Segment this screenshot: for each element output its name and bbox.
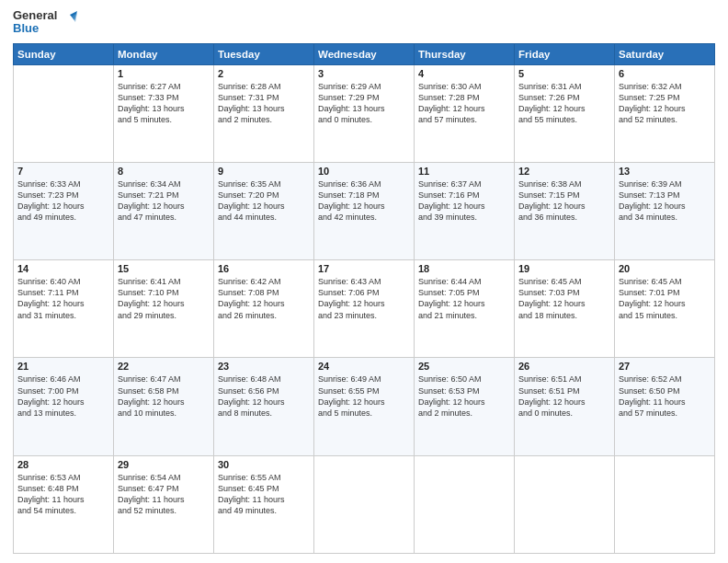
cell-info: Sunrise: 6:35 AM Sunset: 7:20 PM Dayligh… [218, 178, 310, 224]
calendar-cell [314, 455, 415, 553]
day-of-week-header: Saturday [615, 43, 715, 64]
cell-info: Sunrise: 6:29 AM Sunset: 7:29 PM Dayligh… [318, 81, 410, 126]
calendar-cell [515, 455, 615, 553]
cell-info: Sunrise: 6:42 AM Sunset: 7:08 PM Dayligh… [218, 276, 310, 321]
day-number: 2 [218, 68, 310, 79]
cell-info: Sunrise: 6:32 AM Sunset: 7:25 PM Dayligh… [619, 81, 711, 126]
day-number: 4 [418, 68, 510, 79]
cell-info: Sunrise: 6:28 AM Sunset: 7:31 PM Dayligh… [218, 81, 310, 126]
cell-info: Sunrise: 6:54 AM Sunset: 6:47 PM Dayligh… [118, 472, 210, 517]
cell-info: Sunrise: 6:43 AM Sunset: 7:06 PM Dayligh… [318, 276, 410, 321]
calendar-cell: 22Sunrise: 6:47 AM Sunset: 6:58 PM Dayli… [114, 358, 214, 455]
calendar-cell: 17Sunrise: 6:43 AM Sunset: 7:06 PM Dayli… [314, 260, 415, 358]
day-number: 19 [518, 263, 610, 274]
day-number: 17 [318, 263, 410, 274]
day-number: 30 [218, 459, 310, 470]
logo: GeneralBlue [13, 9, 77, 36]
day-number: 10 [318, 166, 410, 177]
day-number: 5 [518, 68, 610, 79]
calendar-cell: 2Sunrise: 6:28 AM Sunset: 7:31 PM Daylig… [214, 64, 314, 162]
day-number: 13 [619, 166, 711, 177]
calendar-cell: 4Sunrise: 6:30 AM Sunset: 7:28 PM Daylig… [415, 64, 515, 162]
calendar-cell: 13Sunrise: 6:39 AM Sunset: 7:13 PM Dayli… [615, 162, 715, 259]
day-number: 23 [218, 361, 310, 372]
calendar-week-row: 21Sunrise: 6:46 AM Sunset: 7:00 PM Dayli… [14, 358, 715, 455]
calendar-cell: 9Sunrise: 6:35 AM Sunset: 7:20 PM Daylig… [214, 162, 314, 259]
cell-info: Sunrise: 6:36 AM Sunset: 7:18 PM Dayligh… [318, 178, 410, 224]
day-of-week-header: Sunday [14, 43, 114, 64]
day-number: 26 [518, 361, 610, 372]
cell-info: Sunrise: 6:37 AM Sunset: 7:16 PM Dayligh… [418, 178, 510, 224]
cell-info: Sunrise: 6:30 AM Sunset: 7:28 PM Dayligh… [418, 81, 510, 126]
calendar-cell: 18Sunrise: 6:44 AM Sunset: 7:05 PM Dayli… [415, 260, 515, 358]
day-number: 29 [118, 459, 210, 470]
header: GeneralBlue [13, 9, 715, 36]
calendar-cell: 6Sunrise: 6:32 AM Sunset: 7:25 PM Daylig… [615, 64, 715, 162]
logo-text: GeneralBlue [13, 9, 57, 36]
cell-info: Sunrise: 6:48 AM Sunset: 6:56 PM Dayligh… [218, 373, 310, 419]
day-number: 18 [418, 263, 510, 274]
calendar-week-row: 1Sunrise: 6:27 AM Sunset: 7:33 PM Daylig… [14, 64, 715, 162]
cell-info: Sunrise: 6:55 AM Sunset: 6:45 PM Dayligh… [218, 472, 310, 517]
calendar-cell [615, 455, 715, 553]
day-number: 3 [318, 68, 410, 79]
calendar-cell: 10Sunrise: 6:36 AM Sunset: 7:18 PM Dayli… [314, 162, 415, 259]
calendar-cell: 27Sunrise: 6:52 AM Sunset: 6:50 PM Dayli… [615, 358, 715, 455]
cell-info: Sunrise: 6:27 AM Sunset: 7:33 PM Dayligh… [118, 81, 210, 126]
day-number: 8 [118, 166, 210, 177]
calendar-cell: 21Sunrise: 6:46 AM Sunset: 7:00 PM Dayli… [14, 358, 114, 455]
cell-info: Sunrise: 6:39 AM Sunset: 7:13 PM Dayligh… [619, 178, 711, 224]
calendar-cell: 16Sunrise: 6:42 AM Sunset: 7:08 PM Dayli… [214, 260, 314, 358]
cell-info: Sunrise: 6:31 AM Sunset: 7:26 PM Dayligh… [518, 81, 610, 126]
day-of-week-header: Thursday [415, 43, 515, 64]
cell-info: Sunrise: 6:49 AM Sunset: 6:55 PM Dayligh… [318, 373, 410, 419]
cell-info: Sunrise: 6:45 AM Sunset: 7:01 PM Dayligh… [619, 276, 711, 321]
day-number: 21 [17, 361, 109, 372]
day-number: 28 [17, 459, 109, 470]
cell-info: Sunrise: 6:45 AM Sunset: 7:03 PM Dayligh… [518, 276, 610, 321]
page: GeneralBlue SundayMondayTuesdayWednesday… [0, 0, 728, 563]
day-number: 24 [318, 361, 410, 372]
calendar-cell: 11Sunrise: 6:37 AM Sunset: 7:16 PM Dayli… [415, 162, 515, 259]
calendar-cell: 23Sunrise: 6:48 AM Sunset: 6:56 PM Dayli… [214, 358, 314, 455]
cell-info: Sunrise: 6:47 AM Sunset: 6:58 PM Dayligh… [118, 373, 210, 419]
day-number: 11 [418, 166, 510, 177]
calendar-table: SundayMondayTuesdayWednesdayThursdayFrid… [13, 43, 715, 554]
day-of-week-header: Tuesday [214, 43, 314, 64]
day-number: 9 [218, 166, 310, 177]
cell-info: Sunrise: 6:38 AM Sunset: 7:15 PM Dayligh… [518, 178, 610, 224]
calendar-week-row: 14Sunrise: 6:40 AM Sunset: 7:11 PM Dayli… [14, 260, 715, 358]
calendar-week-row: 7Sunrise: 6:33 AM Sunset: 7:23 PM Daylig… [14, 162, 715, 259]
day-number: 1 [118, 68, 210, 79]
logo-bird-icon [61, 11, 77, 33]
day-number: 20 [619, 263, 711, 274]
cell-info: Sunrise: 6:50 AM Sunset: 6:53 PM Dayligh… [418, 373, 510, 419]
cell-info: Sunrise: 6:33 AM Sunset: 7:23 PM Dayligh… [17, 178, 109, 224]
calendar-cell: 20Sunrise: 6:45 AM Sunset: 7:01 PM Dayli… [615, 260, 715, 358]
day-number: 16 [218, 263, 310, 274]
day-of-week-header: Friday [515, 43, 615, 64]
cell-info: Sunrise: 6:40 AM Sunset: 7:11 PM Dayligh… [17, 276, 109, 321]
calendar-cell: 30Sunrise: 6:55 AM Sunset: 6:45 PM Dayli… [214, 455, 314, 553]
day-number: 12 [518, 166, 610, 177]
cell-info: Sunrise: 6:53 AM Sunset: 6:48 PM Dayligh… [17, 472, 109, 517]
cell-info: Sunrise: 6:46 AM Sunset: 7:00 PM Dayligh… [17, 373, 109, 419]
calendar-cell: 19Sunrise: 6:45 AM Sunset: 7:03 PM Dayli… [515, 260, 615, 358]
calendar-cell: 28Sunrise: 6:53 AM Sunset: 6:48 PM Dayli… [14, 455, 114, 553]
calendar-header-row: SundayMondayTuesdayWednesdayThursdayFrid… [14, 43, 715, 64]
day-number: 6 [619, 68, 711, 79]
calendar-cell: 5Sunrise: 6:31 AM Sunset: 7:26 PM Daylig… [515, 64, 615, 162]
calendar-cell: 14Sunrise: 6:40 AM Sunset: 7:11 PM Dayli… [14, 260, 114, 358]
cell-info: Sunrise: 6:44 AM Sunset: 7:05 PM Dayligh… [418, 276, 510, 321]
day-number: 7 [17, 166, 109, 177]
day-of-week-header: Monday [114, 43, 214, 64]
calendar-cell: 8Sunrise: 6:34 AM Sunset: 7:21 PM Daylig… [114, 162, 214, 259]
calendar-cell: 29Sunrise: 6:54 AM Sunset: 6:47 PM Dayli… [114, 455, 214, 553]
day-number: 27 [619, 361, 711, 372]
calendar-cell [14, 64, 114, 162]
cell-info: Sunrise: 6:41 AM Sunset: 7:10 PM Dayligh… [118, 276, 210, 321]
calendar-cell: 15Sunrise: 6:41 AM Sunset: 7:10 PM Dayli… [114, 260, 214, 358]
calendar-cell: 3Sunrise: 6:29 AM Sunset: 7:29 PM Daylig… [314, 64, 415, 162]
day-number: 14 [17, 263, 109, 274]
calendar-cell: 25Sunrise: 6:50 AM Sunset: 6:53 PM Dayli… [415, 358, 515, 455]
